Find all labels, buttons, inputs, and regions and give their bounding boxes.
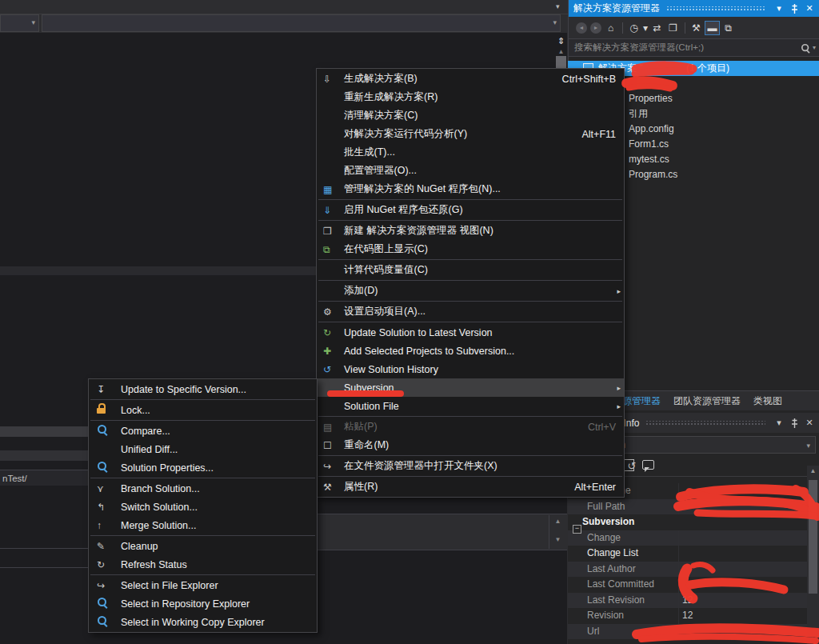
tab-team-explorer[interactable]: 团队资源管理器 [673,394,741,408]
menu-item-label: Refresh Status [121,559,187,570]
collapse-all-icon[interactable]: ❐ [665,21,681,35]
svn-merge-solution[interactable]: ↑Merge Solution... [89,516,317,534]
search-icon[interactable] [801,43,811,53]
menu-show-on-code-map[interactable]: ⧉在代码图上显示(C) [317,240,624,258]
pin-icon[interactable] [788,418,801,428]
menu-configuration-manager[interactable]: 配置管理器(O)... [317,162,624,180]
filter-dropdown-icon[interactable]: ▾ [642,21,649,35]
svn-branch-solution[interactable]: ⋎Branch Solution... [89,479,317,498]
prop-subversion-group[interactable]: Subversion [568,514,807,530]
menu-build-solution[interactable]: ⇩生成解决方案(B)Ctrl+Shift+B [317,70,624,88]
close-icon[interactable]: ✕ [803,3,816,14]
prop-last-committed[interactable]: Last Committed [568,577,807,593]
pending-changes-filter-icon[interactable]: ◷ [626,21,641,35]
window-position-icon[interactable]: ▾ [773,3,785,14]
back-button[interactable]: ◂ [576,22,587,34]
menu-add-projects-to-subversion[interactable]: ✚Add Selected Projects to Subversion... [317,342,624,360]
svn-lock[interactable]: Lock... [89,401,317,419]
sync-with-active-document-icon[interactable]: ⧉ [721,21,736,35]
property-value [678,499,807,515]
forward-button[interactable]: ▸ [590,22,601,34]
svn-unified-diff[interactable]: Unified Diff... [89,440,317,458]
file-explorer-icon: ↪ [95,580,121,591]
menu-view-solution-history[interactable]: ↺View Solution History [317,360,624,378]
menu-item-label: 批生成(T)... [344,146,395,159]
menu-separator [317,454,624,457]
prop-change[interactable]: Change [568,530,807,546]
editor-scrollbar-thumb[interactable] [556,56,566,69]
menu-calculate-code-metrics[interactable]: 计算代码度量值(C) [317,261,624,279]
menu-batch-build[interactable]: 批生成(T)... [317,143,624,162]
svn-solution-properties[interactable]: Solution Properties... [89,458,317,477]
prop-revision[interactable]: Revision12 [568,608,807,624]
titlebar-grip [666,6,765,12]
menu-enable-nuget-restore[interactable]: ⇓启用 NuGet 程序包还原(G) [317,201,624,219]
prop-full-path[interactable]: Full Path [568,499,807,515]
property-value [678,530,807,546]
property-value [678,577,807,593]
solution-label-suffix: (1 个项目) [686,61,729,76]
menu-set-startup-project[interactable]: ⚙设置启动项目(A)... [317,302,624,321]
comment-bubble-icon [642,460,654,470]
prop-last-author[interactable]: Last Author [568,562,807,578]
menu-run-code-analysis[interactable]: 对解决方案运行代码分析(Y)Alt+F11 [317,125,624,143]
editor-split-handle-icon[interactable]: ⇕ [555,34,567,47]
svn-cleanup[interactable]: ✎Cleanup [89,537,317,555]
menu-new-solution-explorer-view[interactable]: ❐新建 解决方案资源管理器 视图(N) [317,222,624,240]
menu-open-folder-in-file-explorer[interactable]: ↪在文件资源管理器中打开文件夹(X) [317,457,624,475]
svn-select-in-file-explorer[interactable]: ↪Select in File Explorer [89,576,317,594]
tab-class-view[interactable]: 类视图 [753,394,782,408]
home-icon[interactable]: ⌂ [603,21,618,35]
group-collapse-icon[interactable]: − [573,525,581,534]
toolbar-overflow-icon[interactable]: ▾ [556,2,560,10]
menu-subversion[interactable]: Subversion▸ [317,378,624,397]
editor-scrollbar-up-icon[interactable]: ▲ [556,48,566,55]
solution-explorer-search[interactable]: 搜索解决方案资源管理器(Ctrl+;) ▾ [569,38,819,57]
window-position-icon[interactable]: ▾ [773,418,785,428]
refresh-icon[interactable]: ⇄ [649,21,665,35]
pin-icon[interactable] [788,3,801,14]
menu-paste[interactable]: ▤粘贴(P)Ctrl+V [317,418,624,436]
scrollbar-up-icon[interactable]: ▲ [807,467,819,474]
menu-separator [317,475,624,478]
menu-update-solution-latest[interactable]: ↻Update Solution to Latest Version [317,323,624,342]
svn-update-to-specific-version[interactable]: ↧Update to Specific Version... [89,380,317,398]
background-scrollbar[interactable]: ▲ ▼ [549,515,566,549]
nuget-restore-icon: ⇓ [323,205,344,216]
menu-add[interactable]: 添加(D)▸ [317,282,624,300]
comment-icon[interactable] [640,460,656,472]
property-label: Last Committed [568,577,678,593]
menu-manage-nuget[interactable]: ▦管理解决方案的 NuGet 程序包(N)... [317,180,624,198]
toolbar-separator [685,22,685,34]
menu-separator [89,534,317,537]
menu-item-label: Lock... [121,405,150,416]
property-grid-scrollbar[interactable]: ▲ [807,466,819,644]
svn-select-in-repository-explorer[interactable]: Select in Repository Explorer [89,594,317,613]
svn-select-in-working-copy-explorer[interactable]: Select in Working Copy Explorer [89,613,317,631]
show-all-files-toggle[interactable]: ▬ [705,21,720,35]
svn-compare[interactable]: Compare... [89,422,317,440]
solution-explorer-titlebar[interactable]: 解决方案资源管理器 ▾ ✕ [569,0,819,17]
scrollbar-thumb[interactable] [809,480,817,594]
partially-hidden-toolbar-icon[interactable] [624,459,634,471]
close-icon[interactable]: ✕ [803,418,816,428]
properties-wrench-icon[interactable]: ⚒ [689,21,704,35]
scrollbar-down-icon[interactable]: ▼ [549,536,566,543]
prop-url[interactable]: Url [568,624,807,640]
svn-switch-solution[interactable]: ↰Switch Solution... [89,498,317,516]
menu-solution-file[interactable]: Solution File▸ [317,397,624,415]
scrollbar-up-icon[interactable]: ▲ [549,518,566,525]
toolbar-combo-small[interactable]: ▾ [0,14,39,32]
toolbar-combo-wide[interactable]: ▾ [42,14,561,32]
svn-refresh-status[interactable]: ↻Refresh Status [89,555,317,574]
menu-clean-solution[interactable]: 清理解决方案(C) [317,106,624,125]
menu-rebuild-solution[interactable]: 重新生成解决方案(R) [317,88,624,106]
menu-properties[interactable]: ⚒属性(R)Alt+Enter [317,478,624,496]
prop-change-list[interactable]: Change List [568,546,807,562]
submenu-arrow-icon: ▸ [611,402,621,410]
menu-item-label: Cleanup [121,541,158,552]
prop-last-revision[interactable]: Last Revision12 [568,593,807,609]
menu-rename[interactable]: ☐重命名(M) [317,436,624,454]
menu-item-label: 添加(D) [344,284,378,298]
search-options-icon[interactable]: ▾ [813,44,816,51]
